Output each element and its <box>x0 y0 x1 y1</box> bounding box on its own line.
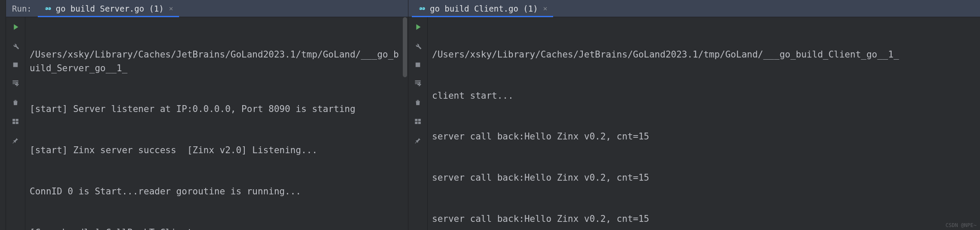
svg-point-3 <box>49 8 49 9</box>
console-line: [Conn handle] CallBackToClient.... <box>30 226 404 230</box>
svg-rect-14 <box>415 119 417 121</box>
console-line: server call back:Hello Zinx v0.2, cnt=15 <box>432 171 976 185</box>
svg-rect-7 <box>12 122 15 124</box>
svg-point-1 <box>48 7 51 10</box>
svg-point-10 <box>422 7 425 10</box>
console-line: ConnID 0 is Start...reader goroutine is … <box>30 185 404 199</box>
svg-point-12 <box>423 8 423 9</box>
console-output-left[interactable]: /Users/xsky/Library/Caches/JetBrains/GoL… <box>25 17 408 230</box>
go-file-icon <box>418 4 426 13</box>
go-file-icon <box>44 4 52 13</box>
rerun-button[interactable] <box>10 21 21 33</box>
tab-server[interactable]: go build Server.go (1) ✕ <box>38 0 179 17</box>
svg-point-2 <box>46 8 46 9</box>
console-line: client start... <box>432 89 976 103</box>
close-icon[interactable]: ✕ <box>543 4 548 12</box>
svg-rect-5 <box>12 119 15 121</box>
svg-rect-16 <box>415 122 417 124</box>
svg-point-9 <box>419 7 422 10</box>
stop-button[interactable] <box>412 59 423 70</box>
stop-button[interactable] <box>10 59 21 70</box>
svg-point-0 <box>45 7 48 10</box>
tab-bar-right: go build Client.go (1) ✕ <box>408 0 980 17</box>
console-line: [start] Zinx server success [Zinx v2.0] … <box>30 144 404 157</box>
pin-icon[interactable] <box>412 135 423 146</box>
run-label: Run: <box>6 4 38 13</box>
panel-content: /Users/xsky/Library/Caches/JetBrains/GoL… <box>408 17 980 230</box>
trash-icon[interactable] <box>10 97 21 108</box>
tab-bar-left: Run: go build Server.go (1) ✕ <box>6 0 408 17</box>
svg-rect-13 <box>416 63 420 67</box>
scrollbar-thumb[interactable] <box>403 17 407 77</box>
console-line: server call back:Hello Zinx v0.2, cnt=15 <box>432 212 976 226</box>
wrench-icon[interactable] <box>412 40 423 51</box>
run-panel-server: Run: go build Server.go (1) ✕ <box>6 0 408 230</box>
trash-icon[interactable] <box>412 97 423 108</box>
console-output-right[interactable]: /Users/xsky/Library/Caches/JetBrains/GoL… <box>428 17 980 230</box>
layout-icon[interactable] <box>10 116 21 127</box>
ide-left-strip <box>0 0 6 230</box>
scroll-to-end-icon[interactable] <box>10 78 21 89</box>
svg-rect-6 <box>16 119 18 121</box>
run-toolbar-right <box>408 17 428 230</box>
console-line: /Users/xsky/Library/Caches/JetBrains/GoL… <box>432 48 976 62</box>
tab-label: go build Client.go (1) <box>430 4 538 13</box>
svg-rect-8 <box>16 122 18 124</box>
console-line: server call back:Hello Zinx v0.2, cnt=15 <box>432 130 976 144</box>
console-line: /Users/xsky/Library/Caches/JetBrains/GoL… <box>30 48 404 76</box>
scroll-to-end-icon[interactable] <box>412 78 423 89</box>
panel-content: /Users/xsky/Library/Caches/JetBrains/GoL… <box>6 17 408 230</box>
wrench-icon[interactable] <box>10 40 21 51</box>
tab-client[interactable]: go build Client.go (1) ✕ <box>412 0 553 17</box>
svg-point-11 <box>420 8 420 9</box>
svg-rect-15 <box>418 119 421 121</box>
close-icon[interactable]: ✕ <box>169 4 173 12</box>
svg-rect-4 <box>13 63 18 67</box>
tab-label: go build Server.go (1) <box>56 4 164 13</box>
run-panels: Run: go build Server.go (1) ✕ <box>6 0 980 230</box>
rerun-button[interactable] <box>412 21 423 33</box>
watermark: CSDN @NPE~ <box>946 222 977 228</box>
layout-icon[interactable] <box>412 116 423 127</box>
run-toolbar-left <box>6 17 25 230</box>
run-panel-client: go build Client.go (1) ✕ <box>408 0 980 230</box>
console-line: [start] Server listener at IP:0.0.0.0, P… <box>30 103 404 116</box>
pin-icon[interactable] <box>10 135 21 146</box>
svg-rect-17 <box>418 122 421 124</box>
